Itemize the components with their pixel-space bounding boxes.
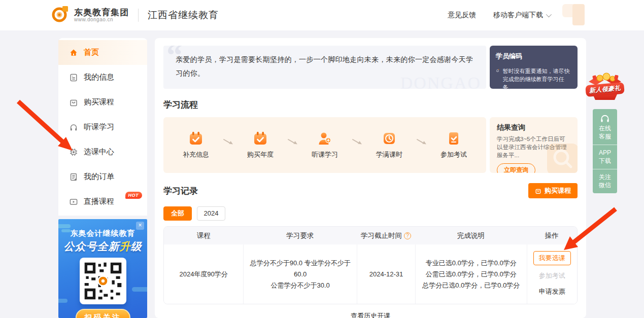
divider [138, 9, 139, 22]
process-step: 听课学习 [312, 131, 338, 159]
clock-icon [382, 131, 397, 146]
ad-title: 东奥会计继续教育 [58, 229, 147, 238]
app-download-label: 移动客户端下载 [493, 11, 543, 20]
shopping-bag-icon [535, 188, 541, 194]
sidebar-item-label: 选课中心 [84, 147, 114, 157]
col-deadline: 学习截止时间 ? [357, 230, 415, 241]
operation-cell: 我要选课 参加考试 申请发票 [527, 244, 577, 304]
request-invoice-link[interactable]: 申请发票 [539, 286, 565, 297]
app-download-menu[interactable]: 移动客户端下载 [493, 11, 550, 20]
headphones-icon [69, 123, 78, 132]
requirement-cell: 总学分不少于90.0 专业学分不少于60.0 公需学分不少于30.0 [243, 244, 357, 304]
brand-url: www.dongao.cn [74, 17, 129, 23]
tab-2024[interactable]: 2024 [197, 206, 225, 221]
step-label: 听课学习 [312, 150, 338, 159]
logo-text: 东奥教育集团 www.dongao.cn [74, 8, 129, 22]
table-header-row: 课程 学习要求 学习截止时间 ? 完成说明 操作 [164, 227, 577, 244]
profile-doc-icon [69, 73, 78, 82]
decorative-blob [572, 4, 585, 25]
main-card: “ 亲爱的学员，学习是需要长期坚持的，一步一个脚印地走向未来，未来的你一定会感谢… [155, 38, 586, 318]
step-arrow-icon [351, 138, 363, 146]
calendar-check-icon [188, 131, 204, 146]
process-step: 参加考试 [440, 131, 467, 159]
follow-wechat-button[interactable]: 关注 微信 [593, 169, 617, 193]
step-arrow-icon [287, 138, 299, 146]
sidebar-item-label: 我的订单 [84, 172, 114, 182]
process-title: 学习流程 [163, 99, 578, 111]
exam-check-icon [446, 131, 461, 146]
page-title: 江西省继续教育 [148, 9, 219, 22]
page: 东奥教育集团 www.dongao.cn 江西省继续教育 意见反馈 移动客户端下… [0, 0, 644, 318]
newcomer-gift-badge[interactable]: 新人领豪礼 [586, 73, 624, 101]
tab-all[interactable]: 全部 [163, 206, 192, 221]
records-table: 课程 学习要求 学习截止时间 ? 完成说明 操作 2024年度90学分 总学分不… [163, 226, 578, 304]
sidebar-item-my-orders[interactable]: 我的订单 [58, 164, 147, 189]
step-label: 购买年度 [247, 150, 274, 159]
magnifier-watermark-icon [544, 140, 578, 173]
sidebar-item-live-courses[interactable]: 直播课程 HOT [58, 189, 147, 214]
year-tabs: 全部 2024 [163, 206, 578, 221]
online-service-button[interactable]: 在线 客服 [593, 109, 617, 145]
query-now-button[interactable]: 立即查询 [497, 163, 535, 173]
step-arrow-icon [416, 138, 428, 146]
step-label: 补充信息 [183, 150, 209, 159]
completion-cell: 专业已选0.0学分，已学0.0学分 公需已选0.0学分，已学0.0学分 总学分已… [415, 244, 527, 304]
course-cell: 2024年度90学分 [164, 244, 243, 304]
learning-process-panel: 补充信息 购买年度 [163, 117, 486, 173]
help-icon[interactable]: ? [404, 232, 411, 239]
sidebar-item-label: 我的信息 [84, 73, 114, 82]
close-icon[interactable]: × [136, 222, 144, 230]
col-completion: 完成说明 [415, 230, 527, 241]
process-step: 购买年度 [247, 131, 274, 159]
result-query-panel: 结果查询 学习完成3~5个工作日后可以登录江西省会计综合管理服务平... 立即查… [490, 117, 578, 173]
order-list-icon [69, 172, 78, 182]
result-query-title: 结果查询 [497, 123, 570, 132]
course-chip-icon [69, 148, 78, 157]
step-label: 学满课时 [376, 150, 402, 159]
buy-courses-label: 购买课程 [545, 186, 571, 195]
process-step: 补充信息 [183, 131, 209, 159]
col-course: 课程 [164, 230, 243, 241]
app-download-button[interactable]: APP 下载 [593, 145, 617, 169]
bell-icon [496, 67, 499, 75]
sidebar-item-label: 购买课程 [84, 97, 114, 107]
col-operation: 操作 [527, 230, 577, 241]
sidebar-item-my-info[interactable]: 我的信息 [58, 65, 147, 90]
headset-icon [599, 114, 611, 123]
buy-courses-button[interactable]: 购买课程 [528, 183, 578, 198]
step-arrow-icon [222, 138, 234, 146]
home-icon [69, 48, 78, 57]
sidebar-item-home[interactable]: 首页 [58, 40, 147, 65]
notice-text: 暂时没有重要通知，请尽快完成您的继续教育学习任务。 [502, 67, 571, 91]
sidebar-item-label: 直播课程 [84, 197, 114, 206]
feedback-link[interactable]: 意见反馈 [448, 11, 476, 20]
welcome-banner: “ 亲爱的学员，学习是需要长期坚持的，一步一个脚印地走向未来，未来的你一定会感谢… [163, 46, 486, 89]
deadline-cell: 2024-12-31 [357, 244, 415, 304]
sidebar-item-label: 听课学习 [84, 122, 114, 132]
process-step: 学满课时 [376, 131, 402, 159]
table-row: 2024年度90学分 总学分不少于90.0 专业学分不少于60.0 公需学分不少… [164, 244, 577, 304]
records-title: 学习记录 [163, 185, 198, 197]
qr-code [80, 258, 126, 304]
floating-rail: 在线 客服 APP 下载 关注 微信 [593, 109, 617, 193]
hot-badge: HOT [125, 192, 143, 199]
select-course-button[interactable]: 我要选课 [533, 251, 571, 265]
col-requirement: 学习要求 [243, 230, 357, 241]
wechat-qr-ad: × 东奥会计继续教育 公众号全新升级 [58, 219, 147, 318]
take-exam-link[interactable]: 参加考试 [539, 270, 565, 281]
student-code-title: 学员编码 [496, 52, 571, 61]
calendar-check-icon [253, 131, 268, 146]
sidebar: 首页 我的信息 购买课程 听课学习 [58, 38, 147, 216]
sidebar-item-buy-courses[interactable]: 购买课程 [58, 90, 147, 115]
dongao-watermark: DONGAO [400, 74, 481, 89]
step-label: 参加考试 [440, 150, 467, 159]
brand-name: 东奥教育集团 [74, 8, 129, 17]
scan-follow-button[interactable]: 扫码关注 [76, 309, 130, 318]
live-video-icon [69, 197, 78, 206]
sidebar-item-listen-learn[interactable]: 听课学习 [58, 115, 147, 139]
dongao-logo-icon [51, 4, 70, 26]
ad-subtitle: 公众号全新升级 [58, 239, 147, 254]
sidebar-item-course-center[interactable]: 选课中心 [58, 139, 147, 164]
history-courses-link[interactable]: 查看历史开课 [351, 312, 390, 318]
sidebar-item-label: 首页 [84, 48, 99, 57]
